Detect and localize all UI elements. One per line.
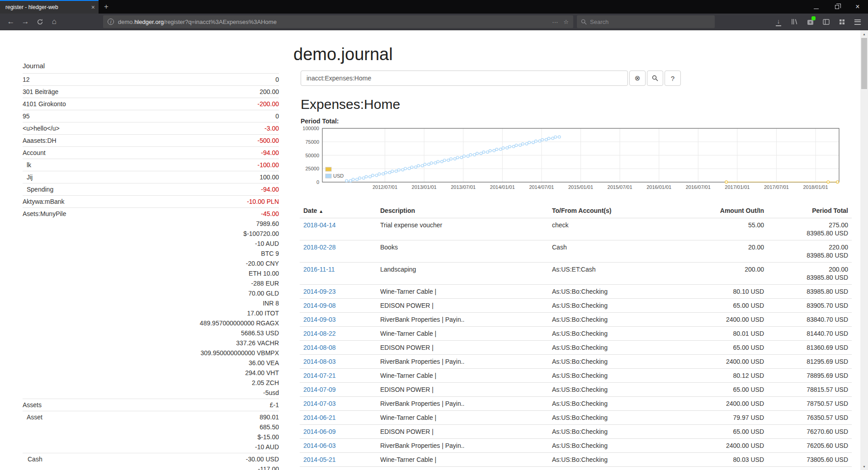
bookmark-star-icon[interactable]: ☆ (563, 19, 569, 25)
extension-button[interactable] (803, 15, 817, 28)
browser-search-bar[interactable]: Search (577, 15, 715, 28)
account-balance: $-15.00 (255, 432, 279, 442)
transaction-date-link[interactable]: 2014-09-03 (303, 316, 336, 323)
sidebar-journal-link[interactable]: Journal (23, 62, 279, 70)
sidebar-account-link[interactable]: 4101 Girokonto (23, 99, 66, 109)
transaction-account: check (548, 218, 677, 240)
transaction-date-link[interactable]: 2014-07-03 (303, 400, 336, 407)
transaction-description: Wine-Tarner Cable | (377, 285, 548, 299)
page-actions-icon[interactable]: ··· (552, 19, 558, 25)
register-row[interactable]: 2018-04-14Trial expense vouchercheck55.0… (300, 218, 852, 240)
transaction-date-link[interactable]: 2014-06-03 (303, 442, 336, 449)
data-point (365, 175, 368, 178)
library-button[interactable] (788, 15, 801, 28)
transaction-date-link[interactable]: 2014-08-08 (303, 344, 336, 351)
transaction-period-total: 220.0083985.80 USD (768, 240, 852, 263)
transaction-date-link[interactable]: 2014-09-23 (303, 288, 336, 295)
sidebar-account-link[interactable]: Aaasets:DH (23, 136, 57, 146)
register-row[interactable]: 2016-11-11LandscapingAs:US:ET:Cash200.00… (300, 263, 852, 285)
transaction-date-link[interactable]: 2014-06-21 (303, 414, 336, 421)
site-info-icon[interactable]: i (108, 19, 114, 25)
data-point (476, 152, 479, 155)
register-row[interactable]: 2014-05-21Wine-Tarner Cable |As:US:Bo:Ch… (300, 453, 852, 467)
scrollbar-thumb[interactable] (861, 38, 867, 89)
data-point (522, 143, 524, 146)
help-button[interactable]: ? (665, 70, 681, 86)
period-total-chart[interactable]: 2012/07/012013/01/012013/07/012014/01/01… (300, 127, 842, 195)
transaction-date-link[interactable]: 2014-05-21 (303, 456, 336, 463)
transaction-date-link[interactable]: 2014-08-22 (303, 330, 336, 337)
transaction-amount: 80.01 USD (677, 327, 768, 341)
restore-button[interactable] (826, 0, 847, 14)
transaction-period-total: 83840.70 USD (768, 313, 852, 327)
transaction-date-cell: 2014-05-21 (300, 453, 377, 467)
register-row[interactable]: 2014-06-09EDISON POWER |As:US:Bo:Checkin… (300, 425, 852, 439)
scrollbar-down-icon[interactable]: ▾ (860, 463, 868, 470)
sidebar-account-link[interactable]: Spending (23, 184, 53, 194)
clear-query-button[interactable]: ⊗ (629, 70, 646, 86)
register-row[interactable]: 2014-08-03RiverBank Properties | Payin..… (300, 355, 852, 369)
register-row[interactable]: 2018-02-28BooksCash20.00220.0083985.80 U… (300, 240, 852, 263)
home-button[interactable]: ⌂ (47, 15, 61, 28)
sidebar-account-link[interactable]: lk (23, 160, 31, 170)
data-point (463, 155, 466, 158)
transaction-date-link[interactable]: 2018-04-14 (303, 221, 336, 229)
register-row[interactable]: 2014-09-03RiverBank Properties | Payin..… (300, 313, 852, 327)
period-total-line: 200.00 (771, 265, 848, 273)
transaction-description: RiverBank Properties | Payin.. (377, 397, 548, 411)
sidebar-account-link[interactable]: Jij (23, 172, 33, 182)
query-input[interactable] (301, 70, 628, 86)
transaction-date-link[interactable]: 2014-08-03 (303, 358, 336, 365)
url-bar[interactable]: i demo.hledger.org/register?q=inacct%3AE… (103, 15, 573, 28)
sidebar-account-link[interactable]: 12 (23, 75, 30, 85)
minimize-button[interactable] (806, 0, 826, 14)
sidebar-account-link[interactable]: Asets:MunyPile (23, 209, 66, 219)
sidebar-account-link[interactable]: Cash (23, 454, 42, 464)
register-row[interactable]: 2014-06-03RiverBank Properties | Payin..… (300, 439, 852, 453)
sidebar-account-link[interactable]: Account (23, 148, 46, 158)
register-row[interactable]: 2014-07-21Wine-Tarner Cable |As:US:Bo:Ch… (300, 369, 852, 383)
menu-button[interactable] (851, 15, 864, 28)
transaction-date-link[interactable]: 2014-09-08 (303, 302, 336, 309)
page-scrollbar: ▴ ▾ (860, 30, 868, 470)
sidebar-account-link[interactable]: <u>hello</u> (23, 123, 60, 133)
data-point (827, 181, 830, 183)
sidebars-button[interactable] (819, 15, 833, 28)
data-point (836, 181, 839, 183)
reload-button[interactable] (33, 15, 47, 28)
transaction-period-total: 275.0083985.80 USD (768, 218, 852, 240)
register-row[interactable]: 2014-09-23Wine-Tarner Cable |As:US:Bo:Ch… (300, 285, 852, 299)
transaction-date-link[interactable]: 2014-07-21 (303, 372, 336, 379)
register-row[interactable]: 2014-06-21Wine-Tarner Cable |As:US:Bo:Ch… (300, 411, 852, 425)
back-button[interactable]: ← (4, 15, 18, 28)
sidebar-account-link[interactable]: 301 Beiträge (23, 87, 58, 97)
sidebar-account-link[interactable]: Aktywa:mBank (23, 197, 65, 207)
register-row[interactable]: 2014-08-08EDISON POWER |As:US:Bo:Checkin… (300, 341, 852, 355)
register-row[interactable]: 2014-07-03RiverBank Properties | Payin..… (300, 397, 852, 411)
register-row[interactable]: 2014-09-08EDISON POWER |As:US:Bo:Checkin… (300, 299, 852, 313)
register-row[interactable]: 2014-07-09EDISON POWER |As:US:Bo:Checkin… (300, 383, 852, 397)
forward-button[interactable]: → (18, 15, 33, 28)
downloads-button[interactable]: ↓ (772, 15, 785, 28)
restore-icon (835, 5, 839, 9)
sidebar-account-link[interactable]: Asset (23, 412, 42, 422)
sidebar-account-link[interactable]: 95 (23, 111, 30, 121)
column-header-date[interactable]: Date▲ (300, 203, 377, 218)
search-button[interactable] (647, 70, 663, 86)
register-row[interactable]: 2014-08-22Wine-Tarner Cable |As:US:Bo:Ch… (300, 327, 852, 341)
close-button[interactable]: × (847, 0, 868, 14)
transaction-date-link[interactable]: 2016-11-11 (303, 266, 335, 273)
account-balance: 309.950000000000 VBMPX (200, 348, 279, 358)
transaction-date-link[interactable]: 2018-02-28 (303, 244, 336, 251)
transaction-date-link[interactable]: 2014-07-09 (303, 386, 336, 393)
new-tab-button[interactable]: + (99, 0, 114, 14)
scrollbar-up-icon[interactable]: ▴ (860, 30, 868, 38)
tab-close-icon[interactable]: × (91, 4, 95, 11)
sidebar-account-link[interactable]: Assets (23, 400, 42, 410)
transaction-amount: 55.00 (677, 218, 768, 240)
apps-grid-button[interactable] (835, 15, 849, 28)
browser-tab[interactable]: register - hledger-web × (0, 0, 99, 14)
transaction-date-link[interactable]: 2014-06-09 (303, 428, 336, 435)
transaction-amount: 80.10 USD (677, 285, 768, 299)
register-row[interactable]: 2014-05-08EDISON POWER |As:US:Bo:Checkin… (300, 467, 852, 470)
